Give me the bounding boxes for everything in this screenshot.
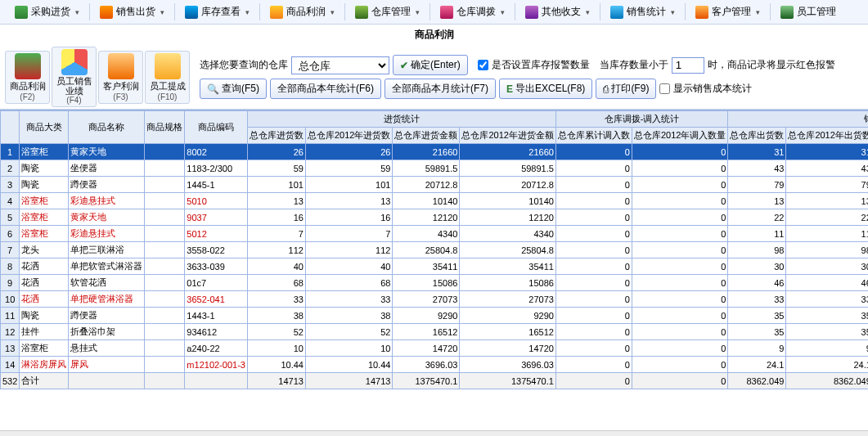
show-cost-checkbox[interactable] xyxy=(659,83,670,94)
customer-profit-button[interactable]: 客户利润(F3) xyxy=(98,51,143,104)
cell-spec xyxy=(145,177,185,193)
cell-value: 16 xyxy=(247,209,305,226)
cell-value: 0 xyxy=(632,226,727,242)
table-row[interactable]: 14淋浴房屏风屏风m12102-001-310.4410.443696.0336… xyxy=(1,357,869,373)
col-sale-qty-y[interactable]: 总仓库2012年出货数 xyxy=(786,128,868,144)
cell-spec xyxy=(145,357,185,373)
cell-spec xyxy=(145,275,185,291)
cell-name: 蹲便器 xyxy=(69,308,145,324)
cell-spec xyxy=(145,324,185,340)
warehouse-icon xyxy=(355,6,368,19)
cell-value: 0 xyxy=(632,291,727,308)
table-row[interactable]: 5浴室柜黄家天地90371616121201212000222230144301… xyxy=(1,209,869,226)
cell-spec xyxy=(145,209,185,226)
year-stats-button[interactable]: 全部商品本年统计(F6) xyxy=(270,79,381,99)
table-row[interactable]: 9花洒软管花洒01c768681508615086004646203532035… xyxy=(1,275,869,291)
col-sale-qty[interactable]: 总仓库出货数 xyxy=(728,128,786,144)
table-row[interactable]: 7龙头单把三联淋浴3558-02211211225804.825804.8009… xyxy=(1,242,869,258)
cell-value: 35 xyxy=(728,324,786,340)
cell-value: 10140 xyxy=(393,193,460,209)
table-row[interactable]: 2陶瓷坐便器1183-2/300595959891.559891.5004343… xyxy=(1,160,869,177)
colgroup-sale[interactable]: 销售统计 xyxy=(728,111,868,128)
cell-value: 13 xyxy=(728,193,786,209)
cell-value: 0 xyxy=(632,275,727,291)
row-number: 2 xyxy=(1,160,20,177)
confirm-button[interactable]: 确定(Enter) xyxy=(393,55,468,75)
month-stats-button[interactable]: 全部商品本月统计(F7) xyxy=(385,79,496,99)
menu-sale[interactable]: 销售出货▾ xyxy=(92,0,173,24)
cell-code: 1183-2/300 xyxy=(185,160,248,177)
menu-stats[interactable]: 销售统计▾ xyxy=(602,0,683,24)
table-row[interactable]: 11陶瓷蹲便器1443-1383892909290003535159151591… xyxy=(1,308,869,324)
colgroup-allocin[interactable]: 仓库调拨-调入统计 xyxy=(555,111,727,128)
cell-value: 9290 xyxy=(393,308,460,324)
staff-icon xyxy=(780,6,794,19)
query-button[interactable]: 🔍查询(F5) xyxy=(200,79,267,99)
cell-category: 淋浴房屏风 xyxy=(20,357,69,373)
alarm-checkbox[interactable] xyxy=(478,60,488,70)
table-row[interactable]: 1浴室柜黄家天地80022626216602166000313151938519… xyxy=(1,144,869,160)
table-row[interactable]: 13浴室柜悬挂式a240-221010147201472000991945719… xyxy=(1,340,869,357)
staff-sales-button[interactable]: 员工销售 业绩(F4) xyxy=(52,47,97,107)
menu-customer[interactable]: 客户管理▾ xyxy=(687,0,768,24)
menu-label: 仓库管理 xyxy=(371,5,411,19)
cell-value: 59891.5 xyxy=(460,160,555,177)
col-in-amt[interactable]: 总仓库进货金额 xyxy=(393,128,460,144)
chevron-down-icon: ▾ xyxy=(501,8,505,16)
table-row[interactable]: 3陶瓷蹲便器1445-110110120712.820712.800797930… xyxy=(1,177,869,193)
cell-code: 3652-041 xyxy=(185,291,248,308)
col-in-amt-y[interactable]: 总仓库2012年进货金额 xyxy=(460,128,555,144)
col-name[interactable]: 商品名称 xyxy=(69,111,145,144)
menu-misc[interactable]: 其他收支▾ xyxy=(517,0,598,24)
chevron-down-icon: ▾ xyxy=(756,8,760,16)
menu-purchase[interactable]: 采购进货▾ xyxy=(7,0,88,24)
horizontal-scrollbar[interactable] xyxy=(0,430,868,436)
cell-value: 12120 xyxy=(393,209,460,226)
cell-value: 10 xyxy=(305,340,392,357)
menu-stock[interactable]: 库存查看▾ xyxy=(177,0,258,24)
chevron-down-icon: ▾ xyxy=(671,8,675,16)
col-rownum[interactable] xyxy=(1,111,20,144)
cell-value: 0 xyxy=(555,308,632,324)
cell-spec xyxy=(145,144,185,160)
table-row[interactable]: 4浴室柜彩迪悬挂式5010131310140101400013132405624… xyxy=(1,193,869,209)
table-row[interactable]: 10花洒单把硬管淋浴器3652-041333327073270730033333… xyxy=(1,291,869,308)
col-in-qty[interactable]: 总仓库进货数 xyxy=(247,128,305,144)
cell-value: 13 xyxy=(786,193,868,209)
footer-count: 532 xyxy=(1,373,20,389)
table-row[interactable]: 6浴室柜彩迪悬挂式5012774340434000111118883188830… xyxy=(1,226,869,242)
eye-icon xyxy=(185,6,198,19)
profit-button[interactable]: 商品利润(F2) xyxy=(5,51,50,104)
cell-value: 10 xyxy=(247,340,305,357)
menu-label: 仓库调拨 xyxy=(456,5,496,19)
page-title: 商品利润 xyxy=(0,25,868,45)
export-button[interactable]: E导出EXCEL(F8) xyxy=(499,79,592,99)
cell-value: 9290 xyxy=(460,308,555,324)
alarm-threshold-input[interactable] xyxy=(672,57,704,74)
menu-transfer[interactable]: 仓库调拨▾ xyxy=(432,0,513,24)
data-grid[interactable]: 商品大类 商品名称 商品规格 商品编码 进货统计 仓库调拨-调入统计 销售统计 … xyxy=(0,110,868,430)
menu-profit[interactable]: 商品利润▾ xyxy=(262,0,343,24)
col-category[interactable]: 商品大类 xyxy=(20,111,69,144)
colgroup-in[interactable]: 进货统计 xyxy=(247,111,555,128)
cell-value: 0 xyxy=(555,340,632,357)
cell-value: 26 xyxy=(247,144,305,160)
row-number: 9 xyxy=(1,275,20,291)
commission-button[interactable]: 员工提成(F10) xyxy=(145,51,190,104)
table-row[interactable]: 12挂件折叠浴巾架9346125252165121651200353519447… xyxy=(1,324,869,340)
col-in-qty-y[interactable]: 总仓库2012年进货数 xyxy=(305,128,392,144)
col-code[interactable]: 商品编码 xyxy=(185,111,248,144)
cell-name: 彩迪悬挂式 xyxy=(69,193,145,209)
cell-name: 单把三联淋浴 xyxy=(69,242,145,258)
warehouse-select[interactable]: 总仓库 xyxy=(291,56,389,74)
print-button[interactable]: ⎙打印(F9) xyxy=(596,79,656,99)
menu-staff[interactable]: 员工管理 xyxy=(772,0,844,24)
cell-code: 3633-039 xyxy=(185,258,248,275)
menu-warehouse[interactable]: 仓库管理▾ xyxy=(347,0,428,24)
col-allocin-y[interactable]: 总仓库2012年调入数量 xyxy=(632,128,727,144)
cell-value: 33 xyxy=(247,291,305,308)
col-allocin-tot[interactable]: 总仓库累计调入数 xyxy=(555,128,632,144)
col-spec[interactable]: 商品规格 xyxy=(145,111,185,144)
table-row[interactable]: 8花洒单把软管式淋浴器3633-039404035411354110030303… xyxy=(1,258,869,275)
cell-value: 68 xyxy=(305,275,392,291)
